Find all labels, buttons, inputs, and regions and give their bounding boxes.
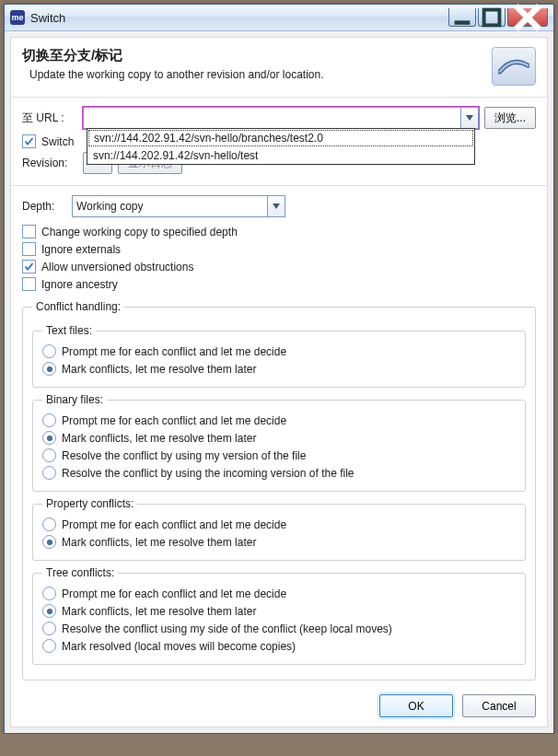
- tree-option-0[interactable]: Prompt me for each conflict and let me d…: [42, 587, 516, 600]
- text-files-option-1[interactable]: Mark conflicts, let me resolve them late…: [42, 362, 516, 376]
- radio-icon: [42, 362, 56, 376]
- radio-label: Prompt me for each conflict and let me d…: [62, 345, 286, 358]
- tree-conflicts-group: Tree conflicts: Prompt me for each confl…: [32, 566, 526, 665]
- binary-files-legend: Binary files:: [42, 393, 107, 406]
- minimize-button[interactable]: [448, 8, 476, 27]
- property-option-0[interactable]: Prompt me for each conflict and let me d…: [42, 518, 516, 531]
- property-option-1[interactable]: Mark conflicts, let me resolve them late…: [42, 535, 516, 549]
- checkbox-icon: [22, 225, 36, 238]
- allow-unversioned-label: Allow unversioned obstructions: [41, 261, 193, 273]
- ignore-ancestry-label: Ignore ancestry: [41, 278, 118, 291]
- text-files-group: Text files: Prompt me for each conflict …: [32, 324, 526, 388]
- revision-label: Revision:: [22, 157, 77, 169]
- radio-label: Prompt me for each conflict and let me d…: [62, 587, 286, 600]
- text-files-legend: Text files:: [42, 324, 96, 337]
- app-icon: me: [10, 10, 25, 25]
- property-legend: Property conflicts:: [42, 497, 137, 510]
- radio-icon: [42, 344, 56, 358]
- depth-value: Working copy: [73, 196, 267, 216]
- switch-checkbox-label: Switch: [41, 135, 74, 148]
- change-depth-checkbox[interactable]: Change working copy to specified depth: [22, 225, 536, 238]
- radio-label: Resolve the conflict using my side of th…: [62, 622, 392, 635]
- radio-label: Mark conflicts, let me resolve them late…: [62, 605, 256, 618]
- url-value[interactable]: [84, 108, 460, 128]
- cancel-button[interactable]: Cancel: [462, 694, 536, 717]
- radio-label: Mark conflicts, let me resolve them late…: [62, 536, 256, 549]
- client-area: 切换至分支/标记 Update the working copy to anot…: [10, 37, 548, 727]
- window-title: Switch: [30, 11, 65, 25]
- radio-icon: [42, 587, 56, 600]
- chevron-down-icon[interactable]: [267, 196, 285, 216]
- radio-icon: [42, 535, 56, 549]
- conflict-legend: Conflict handling:: [32, 300, 124, 313]
- checkbox-icon: [22, 260, 36, 273]
- binary-files-option-0[interactable]: Prompt me for each conflict and let me d…: [42, 413, 516, 427]
- tree-legend: Tree conflicts:: [42, 566, 118, 579]
- tree-option-3[interactable]: Mark resolved (local moves will become c…: [42, 639, 516, 653]
- chevron-down-icon[interactable]: [460, 108, 478, 128]
- change-depth-label: Change working copy to specified depth: [41, 226, 238, 238]
- radio-label: Mark conflicts, let me resolve them late…: [62, 432, 256, 445]
- radio-label: Resolve the conflict by using my version…: [62, 449, 306, 462]
- binary-files-option-2[interactable]: Resolve the conflict by using my version…: [42, 448, 516, 462]
- allow-unversioned-checkbox[interactable]: Allow unversioned obstructions: [22, 260, 536, 273]
- svg-rect-1: [484, 9, 500, 25]
- url-dropdown-list[interactable]: svn://144.202.91.42/svn-hello/branches/t…: [87, 128, 475, 165]
- ignore-ancestry-checkbox[interactable]: Ignore ancestry: [22, 277, 536, 291]
- checkbox-icon: [22, 277, 36, 291]
- radio-label: Prompt me for each conflict and let me d…: [62, 518, 286, 531]
- radio-label: Mark conflicts, let me resolve them late…: [62, 363, 256, 376]
- titlebar: me Switch: [5, 5, 553, 31]
- radio-label: Mark resolved (local moves will become c…: [62, 640, 296, 653]
- svg-line-2: [516, 6, 539, 29]
- footer: OK Cancel: [379, 694, 536, 717]
- depth-label: Depth:: [22, 200, 66, 213]
- conflict-handling-group: Conflict handling: Text files: Prompt me…: [22, 300, 536, 680]
- radio-icon: [42, 413, 56, 427]
- ignore-externals-label: Ignore externals: [41, 243, 121, 256]
- radio-label: Resolve the conflict by using the incomi…: [62, 467, 355, 480]
- radio-icon: [42, 431, 56, 445]
- binary-files-group: Binary files: Prompt me for each conflic…: [32, 393, 526, 492]
- checkbox-icon: [22, 242, 36, 256]
- switch-icon: [492, 47, 536, 86]
- radio-label: Prompt me for each conflict and let me d…: [62, 414, 286, 427]
- svg-line-3: [516, 6, 539, 29]
- binary-files-option-3[interactable]: Resolve the conflict by using the incomi…: [42, 466, 516, 480]
- depth-combo[interactable]: Working copy: [72, 195, 285, 217]
- checkbox-icon: [22, 134, 36, 148]
- url-option-0[interactable]: svn://144.202.91.42/svn-hello/branches/t…: [88, 130, 473, 146]
- maximize-button[interactable]: [478, 8, 506, 27]
- radio-icon: [42, 622, 56, 635]
- tree-option-1[interactable]: Mark conflicts, let me resolve them late…: [42, 604, 516, 618]
- separator: [11, 97, 547, 98]
- url-option-1[interactable]: svn://144.202.91.42/svn-hello/test: [87, 147, 474, 164]
- close-button[interactable]: [507, 8, 548, 27]
- url-combo[interactable]: [83, 107, 479, 129]
- ok-button[interactable]: OK: [379, 694, 453, 717]
- radio-icon: [42, 604, 56, 618]
- tree-option-2[interactable]: Resolve the conflict using my side of th…: [42, 622, 516, 635]
- radio-icon: [42, 518, 56, 531]
- dialog-window: me Switch 切换至分支/标记 Update the working co…: [4, 4, 554, 734]
- url-label: 至 URL :: [22, 110, 77, 126]
- radio-icon: [42, 466, 56, 480]
- property-conflicts-group: Property conflicts: Prompt me for each c…: [32, 497, 526, 561]
- text-files-option-0[interactable]: Prompt me for each conflict and let me d…: [42, 344, 516, 358]
- binary-files-option-1[interactable]: Mark conflicts, let me resolve them late…: [42, 431, 516, 445]
- separator-2: [11, 185, 547, 186]
- radio-icon: [42, 639, 56, 653]
- radio-icon: [42, 448, 56, 462]
- ignore-externals-checkbox[interactable]: Ignore externals: [22, 242, 536, 256]
- page-title: 切换至分支/标记: [22, 47, 324, 64]
- page-subtitle: Update the working copy to another revis…: [22, 68, 324, 81]
- browse-button[interactable]: 浏览...: [484, 107, 536, 129]
